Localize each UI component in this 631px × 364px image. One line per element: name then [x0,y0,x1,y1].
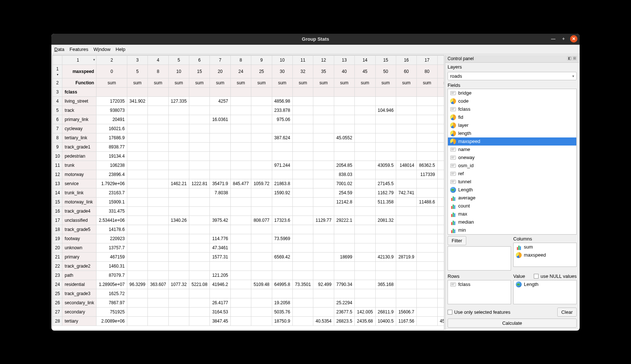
data-cell[interactable]: 1059.72 [251,179,272,188]
data-cell[interactable] [292,115,313,124]
data-cell[interactable]: 11488.6 [417,197,437,206]
data-cell[interactable] [375,225,396,234]
filter-button[interactable]: Filter [448,236,466,245]
data-cell[interactable] [292,307,313,316]
data-cell[interactable] [189,188,209,197]
menu-data[interactable]: Data [54,47,64,52]
data-cell[interactable] [189,197,209,206]
data-cell[interactable]: 971.244 [272,161,292,170]
data-cell[interactable] [375,298,396,307]
data-cell[interactable] [292,289,313,298]
menu-features[interactable]: Features [69,47,88,52]
column-header[interactable]: 15 [375,55,396,65]
data-cell[interactable] [251,243,272,252]
data-cell[interactable] [396,106,416,115]
data-cell[interactable] [334,115,354,124]
data-cell[interactable] [334,289,354,298]
data-cell[interactable] [396,280,416,289]
data-cell[interactable]: 331.475 [96,206,127,216]
data-cell[interactable] [148,234,168,243]
data-cell[interactable]: 5221.08 [189,280,209,289]
data-cell[interactable] [437,298,444,307]
data-cell[interactable] [417,106,437,115]
data-cell[interactable] [355,179,375,188]
data-cell[interactable] [334,271,354,280]
data-cell[interactable] [168,188,189,197]
data-cell[interactable] [127,234,147,243]
data-cell[interactable] [272,243,292,252]
data-cell[interactable] [251,142,272,151]
data-cell[interactable] [396,142,416,151]
data-cell[interactable] [189,170,209,179]
data-cell[interactable]: 117339 [417,170,437,179]
data-cell[interactable] [396,261,416,271]
data-cell[interactable]: 26823.5 [334,316,354,326]
data-cell[interactable] [127,289,147,298]
data-cell[interactable] [292,298,313,307]
data-cell[interactable]: 172035 [96,96,127,106]
data-cell[interactable] [251,225,272,234]
data-cell[interactable]: 7867.97 [96,298,127,307]
data-cell[interactable]: 106238 [96,161,127,170]
data-cell[interactable] [230,197,251,206]
data-cell[interactable] [292,151,313,161]
data-cell[interactable]: 21863.8 [272,179,292,188]
data-cell[interactable] [148,316,168,326]
data-cell[interactable]: 17323.6 [272,216,292,225]
data-cell[interactable] [127,225,147,234]
data-cell[interactable] [148,96,168,106]
data-cell[interactable] [148,289,168,298]
data-cell[interactable] [292,206,313,216]
data-cell[interactable] [230,216,251,225]
data-cell[interactable] [168,316,189,326]
data-cell[interactable] [210,124,230,133]
data-cell[interactable] [313,133,334,142]
data-cell[interactable] [230,271,251,280]
data-cell[interactable] [355,197,375,206]
data-cell[interactable]: 1167.56 [396,316,416,326]
data-cell[interactable] [251,316,272,326]
data-cell[interactable] [127,307,147,316]
data-cell[interactable] [375,133,396,142]
data-cell[interactable] [272,170,292,179]
data-cell[interactable] [313,252,334,261]
data-cell[interactable] [251,133,272,142]
data-cell[interactable]: 96.3299 [127,280,147,289]
data-cell[interactable] [272,124,292,133]
data-cell[interactable]: 363.607 [148,280,168,289]
data-cell[interactable]: 2.0089e+06 [96,316,127,326]
clear-button[interactable]: Clear [557,308,577,317]
data-cell[interactable] [127,170,147,179]
data-cell[interactable] [292,124,313,133]
data-cell[interactable] [292,96,313,106]
data-cell[interactable] [437,234,444,243]
data-cell[interactable] [168,307,189,316]
data-cell[interactable] [127,161,147,170]
data-cell[interactable]: 92.499 [313,280,334,289]
data-cell[interactable] [189,271,209,280]
data-cell[interactable] [127,188,147,197]
data-cell[interactable] [189,234,209,243]
data-cell[interactable]: 18750.9 [272,316,292,326]
field-item-name[interactable]: name [448,146,576,154]
data-cell[interactable] [272,151,292,161]
data-cell[interactable] [292,188,313,197]
data-cell[interactable] [437,124,444,133]
data-cell[interactable] [437,106,444,115]
data-cell[interactable] [210,206,230,216]
data-cell[interactable] [251,206,272,216]
data-cell[interactable] [417,96,437,106]
data-cell[interactable] [313,197,334,206]
data-cell[interactable] [313,161,334,170]
data-cell[interactable] [355,170,375,179]
data-cell[interactable] [396,206,416,216]
data-cell[interactable] [396,179,416,188]
data-cell[interactable]: 15909.1 [96,197,127,206]
data-cell[interactable] [437,289,444,298]
data-cell[interactable]: 86362.5 [417,161,437,170]
data-cell[interactable] [292,316,313,326]
data-cell[interactable] [272,271,292,280]
data-cell[interactable] [396,225,416,234]
data-cell[interactable]: 10400.5 [375,316,396,326]
field-item-min[interactable]: min [448,226,576,234]
